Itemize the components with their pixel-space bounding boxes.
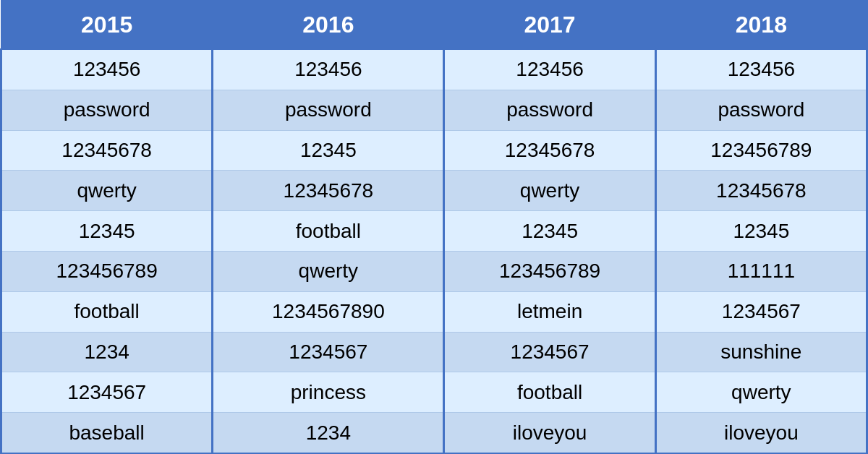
header-2017: 2017 [444,1,655,49]
table-cell: 1234 [213,413,444,453]
table-cell: password [655,90,867,130]
table-cell: 12345 [1,211,213,252]
header-2018: 2018 [655,1,867,49]
table-cell: 111111 [655,251,867,291]
table-cell: football [213,211,444,252]
table-cell: 123456 [655,49,867,90]
table-cell: 123456 [1,49,213,90]
table-cell: 12345 [213,130,444,171]
table-cell: sunshine [655,332,867,372]
table-row: baseball1234iloveyouiloveyou [1,413,867,453]
table-cell: qwerty [444,171,655,211]
table-row: 123456789qwerty123456789111111 [1,251,867,291]
table-row: passwordpasswordpasswordpassword [1,90,867,130]
table-cell: 1234567 [655,291,867,332]
table-cell: 12345678 [1,130,213,171]
header-2015: 2015 [1,1,213,49]
table-cell: qwerty [1,171,213,211]
table-row: qwerty12345678qwerty12345678 [1,171,867,211]
table-row: 123412345671234567sunshine [1,332,867,372]
table-cell: 123456789 [1,251,213,291]
table-cell: iloveyou [444,413,655,453]
table-row: 123456123456123456123456 [1,49,867,90]
table-cell: 123456 [213,49,444,90]
table-cell: 1234567 [444,332,655,372]
table-cell: 1234567 [213,332,444,372]
table-cell: letmein [444,291,655,332]
table-cell: 12345678 [655,171,867,211]
table-cell: 12345 [655,211,867,252]
table-cell: 123456789 [444,251,655,291]
table-cell: 123456789 [655,130,867,171]
table-cell: 12345678 [213,171,444,211]
table-cell: password [444,90,655,130]
header-row: 2015 2016 2017 2018 [1,1,867,49]
table-row: 1234567princessfootballqwerty [1,372,867,413]
table-cell: 12345678 [444,130,655,171]
table-cell: qwerty [655,372,867,413]
table-row: 123456781234512345678123456789 [1,130,867,171]
table-cell: password [1,90,213,130]
table-cell: 123456 [444,49,655,90]
table-cell: 12345 [444,211,655,252]
table-row: football1234567890letmein1234567 [1,291,867,332]
table-cell: iloveyou [655,413,867,453]
main-container: 2015 2016 2017 2018 12345612345612345612… [0,0,868,454]
table-cell: password [213,90,444,130]
table-cell: football [444,372,655,413]
table-cell: football [1,291,213,332]
table-cell: princess [213,372,444,413]
table-row: 12345football1234512345 [1,211,867,252]
table-cell: 1234 [1,332,213,372]
table-cell: 1234567890 [213,291,444,332]
table-cell: qwerty [213,251,444,291]
table-cell: 1234567 [1,372,213,413]
header-2016: 2016 [213,1,444,49]
password-table: 2015 2016 2017 2018 12345612345612345612… [0,0,868,454]
table-cell: baseball [1,413,213,453]
